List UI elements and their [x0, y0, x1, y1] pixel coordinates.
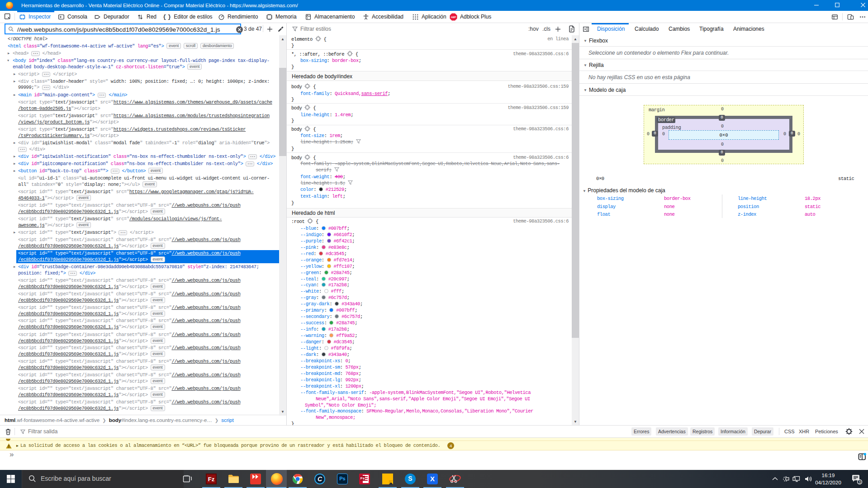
svg-text:ABP: ABP: [451, 16, 456, 19]
svg-text:3: 3: [859, 480, 861, 484]
